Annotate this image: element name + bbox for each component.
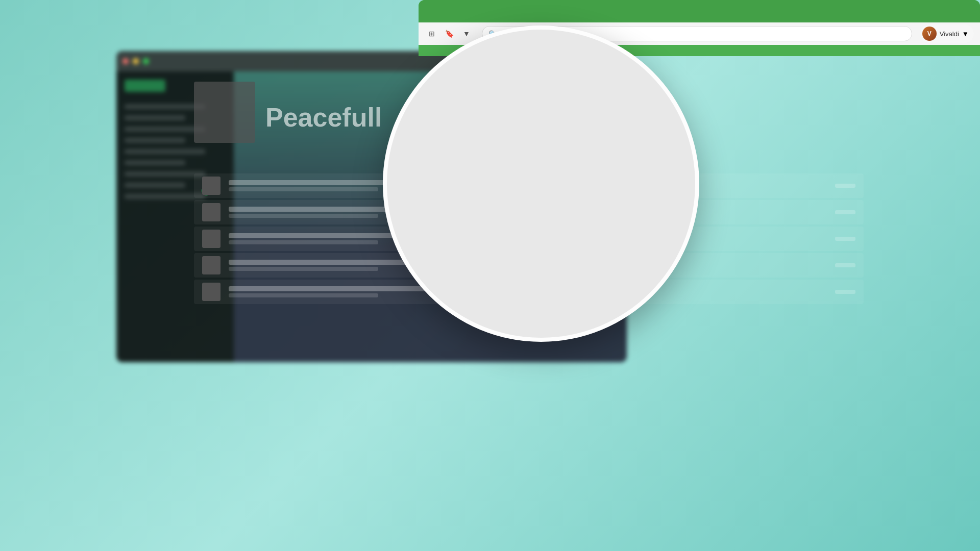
sidebar-blur-item [125, 138, 185, 143]
vivaldi-avatar: V [922, 27, 937, 41]
vivaldi-profile-button[interactable]: V Vivaldi ▼ [920, 24, 974, 43]
sidebar-blur-item [125, 171, 205, 177]
sidebar-blur-item [125, 183, 185, 188]
browser-tab-bar [419, 0, 980, 22]
window-close-dot [122, 58, 129, 64]
spotify-logo-blur [125, 80, 165, 92]
sidebar-blur-item [125, 115, 185, 120]
sidebar-blur-item [125, 104, 205, 109]
vivaldi-name: Vivaldi [940, 30, 959, 38]
window-minimize-dot [133, 58, 139, 64]
vivaldi-dropdown-icon: ▼ [962, 30, 969, 38]
sidebar-blur-item [125, 149, 205, 154]
magnifier-circle: Scan QR Code [383, 26, 699, 342]
window-maximize-dot [143, 58, 149, 64]
playlist-title-blur: Peacefull [265, 102, 382, 133]
sidebar-blur-item [125, 194, 205, 199]
qr-scan-icon[interactable]: ⊞ [425, 27, 439, 41]
toolbar-icons: ⊞ 🔖 ▼ [425, 27, 474, 41]
sidebar-blur-item [125, 160, 185, 165]
album-art-blur [194, 82, 255, 143]
bookmark-dropdown-icon[interactable]: ▼ [459, 27, 474, 41]
sidebar-blur-item [125, 127, 205, 132]
bookmark-icon[interactable]: 🔖 [442, 27, 456, 41]
